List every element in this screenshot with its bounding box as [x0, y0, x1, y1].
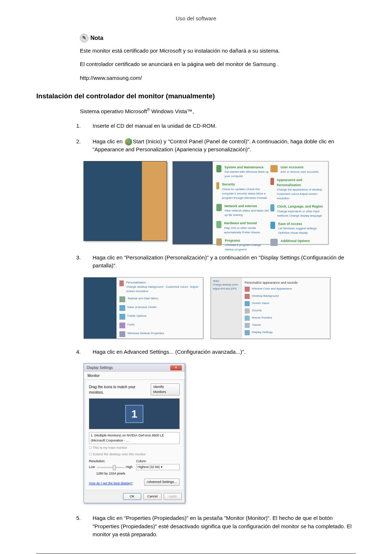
note-line-2: El controlador certificado se anunciará …	[80, 60, 356, 69]
step-2: 2. Haga clic en Start (Inicio) y "Contro…	[76, 138, 356, 154]
step-4: 4. Haga clic en Advanced Settings... (Co…	[76, 348, 356, 356]
close-icon[interactable]: ✕	[170, 365, 182, 370]
screenshot-display-settings: Display Settings ✕ Monitor Drag the icon…	[83, 363, 185, 503]
note-block: ✎ Nota Este monitor está certificado por…	[80, 34, 356, 82]
page-header: Uso del software	[36, 15, 356, 23]
resolution-slider[interactable]: Low High	[89, 464, 132, 471]
monitor-dropdown[interactable]: 1. (Multiple Monitors) on NVIDIA GeForce…	[89, 432, 180, 444]
apply-button[interactable]: Apply	[164, 493, 182, 500]
windows-start-icon	[125, 138, 132, 145]
step-5: 5. Haga clic en "Properties (Propiedades…	[76, 514, 356, 539]
note-title: Nota	[90, 34, 103, 42]
ok-button[interactable]: OK	[123, 493, 141, 500]
footer-divider	[36, 553, 356, 554]
advanced-settings-button[interactable]: Advanced Settings…	[144, 479, 180, 486]
screenshot-personalization: TasksChange desktop iconsAdjust font siz…	[211, 277, 330, 339]
note-line-url: http://www.samsung.com/	[80, 74, 356, 82]
screenshot-appearance: PersonalizationChange desktop background…	[83, 277, 203, 339]
monitor-1-icon[interactable]: 1	[125, 405, 143, 423]
dialog-title: Display Settings	[87, 365, 113, 370]
colors-label: Colors:	[136, 459, 180, 464]
colors-dropdown[interactable]: Highest (32 bit) ▾	[136, 464, 180, 471]
screenshot-control-panel: System and MaintenanceGet started with W…	[172, 161, 328, 245]
screenshot-start-menu	[83, 161, 167, 241]
cancel-button[interactable]: Cancel	[143, 493, 162, 500]
help-link[interactable]: How do I get the best display?	[89, 481, 133, 486]
drag-hint: Drag the icons to match your monitors.	[89, 384, 151, 395]
extend-desktop-checkbox[interactable]: ☐ Extend the desktop onto this monitor	[89, 452, 180, 457]
note-line-1: Este monitor está certificado por Micros…	[80, 47, 356, 55]
resolution-value: 1280 by 1024 pixels	[89, 471, 132, 476]
tab-monitor[interactable]: Monitor	[84, 372, 185, 380]
os-text: Sistema operativo Microsoft® Windows Vis…	[80, 107, 356, 116]
main-monitor-checkbox[interactable]: ☐ This is my main monitor	[89, 446, 180, 451]
section-heading: Instalación del controlador del monitor …	[36, 91, 356, 102]
step-3: 3. Haga clic en "Personalization (Person…	[76, 254, 356, 270]
monitor-preview[interactable]: 1	[89, 398, 180, 429]
resolution-label: Resolution:	[89, 459, 132, 464]
note-icon: ✎	[80, 34, 89, 42]
identify-monitors-button[interactable]: Identify Monitors	[151, 383, 180, 395]
step-1: 1. Inserte el CD del manual en la unidad…	[76, 122, 356, 130]
